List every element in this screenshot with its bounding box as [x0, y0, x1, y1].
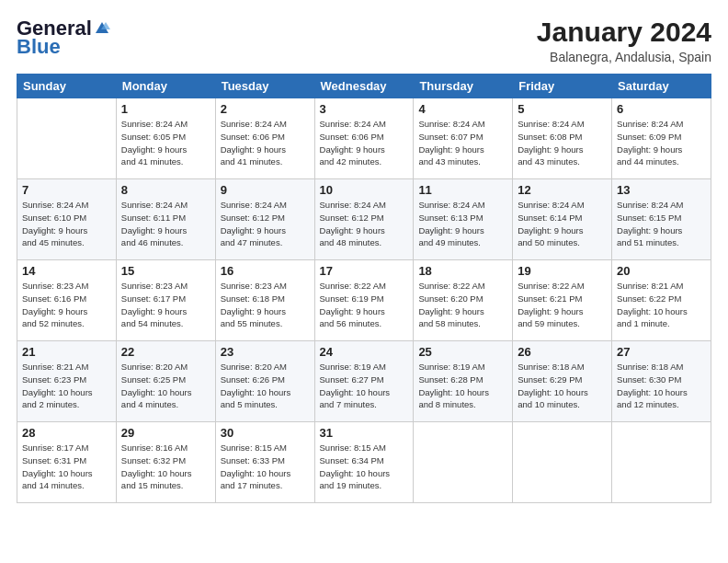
day-cell: 19Sunrise: 8:22 AMSunset: 6:21 PMDayligh… [513, 260, 612, 341]
week-row: 1Sunrise: 8:24 AMSunset: 6:05 PMDaylight… [17, 98, 711, 179]
day-cell [612, 422, 711, 503]
day-info: Sunrise: 8:21 AMSunset: 6:23 PMDaylight:… [22, 361, 111, 411]
col-header-thursday: Thursday [414, 75, 513, 98]
day-number: 27 [617, 345, 706, 359]
day-info: Sunrise: 8:24 AMSunset: 6:12 PMDaylight:… [320, 199, 409, 249]
day-number: 12 [518, 183, 607, 197]
col-header-saturday: Saturday [612, 75, 711, 98]
day-cell: 10Sunrise: 8:24 AMSunset: 6:12 PMDayligh… [314, 179, 414, 260]
day-number: 7 [22, 183, 111, 197]
day-info: Sunrise: 8:23 AMSunset: 6:18 PMDaylight:… [221, 280, 310, 330]
col-header-wednesday: Wednesday [314, 75, 414, 98]
day-cell: 14Sunrise: 8:23 AMSunset: 6:16 PMDayligh… [17, 260, 117, 341]
day-info: Sunrise: 8:19 AMSunset: 6:28 PMDaylight:… [418, 361, 507, 411]
day-cell: 4Sunrise: 8:24 AMSunset: 6:07 PMDaylight… [414, 98, 513, 179]
day-number: 18 [418, 264, 507, 278]
week-row: 7Sunrise: 8:24 AMSunset: 6:10 PMDaylight… [17, 179, 711, 260]
day-info: Sunrise: 8:16 AMSunset: 6:32 PMDaylight:… [121, 442, 210, 492]
day-info: Sunrise: 8:23 AMSunset: 6:16 PMDaylight:… [22, 280, 111, 330]
day-cell: 30Sunrise: 8:15 AMSunset: 6:33 PMDayligh… [215, 422, 314, 503]
day-cell: 17Sunrise: 8:22 AMSunset: 6:19 PMDayligh… [314, 260, 414, 341]
logo-blue-text: Blue [17, 35, 61, 59]
day-number: 31 [320, 426, 409, 440]
day-cell: 25Sunrise: 8:19 AMSunset: 6:28 PMDayligh… [414, 341, 513, 422]
day-info: Sunrise: 8:17 AMSunset: 6:31 PMDaylight:… [22, 442, 111, 492]
day-info: Sunrise: 8:19 AMSunset: 6:27 PMDaylight:… [320, 361, 409, 411]
day-number: 23 [221, 345, 310, 359]
day-number: 5 [518, 102, 607, 116]
day-number: 2 [221, 102, 310, 116]
day-number: 28 [22, 426, 111, 440]
day-info: Sunrise: 8:24 AMSunset: 6:07 PMDaylight:… [418, 118, 507, 168]
day-info: Sunrise: 8:24 AMSunset: 6:10 PMDaylight:… [22, 199, 111, 249]
day-number: 14 [22, 264, 111, 278]
day-info: Sunrise: 8:23 AMSunset: 6:17 PMDaylight:… [121, 280, 210, 330]
day-number: 17 [320, 264, 409, 278]
col-header-friday: Friday [513, 75, 612, 98]
location: Balanegra, Andalusia, Spain [537, 50, 711, 64]
day-cell: 26Sunrise: 8:18 AMSunset: 6:29 PMDayligh… [513, 341, 612, 422]
day-info: Sunrise: 8:21 AMSunset: 6:22 PMDaylight:… [617, 280, 706, 330]
day-number: 1 [121, 102, 210, 116]
week-row: 14Sunrise: 8:23 AMSunset: 6:16 PMDayligh… [17, 260, 711, 341]
day-cell: 15Sunrise: 8:23 AMSunset: 6:17 PMDayligh… [116, 260, 215, 341]
day-cell: 29Sunrise: 8:16 AMSunset: 6:32 PMDayligh… [116, 422, 215, 503]
col-header-monday: Monday [116, 75, 215, 98]
day-number: 10 [320, 183, 409, 197]
day-number: 25 [418, 345, 507, 359]
day-cell: 20Sunrise: 8:21 AMSunset: 6:22 PMDayligh… [612, 260, 711, 341]
month-year: January 2024 [537, 17, 711, 48]
day-number: 20 [617, 264, 706, 278]
day-info: Sunrise: 8:15 AMSunset: 6:34 PMDaylight:… [320, 442, 409, 492]
day-number: 4 [418, 102, 507, 116]
day-number: 6 [617, 102, 706, 116]
day-info: Sunrise: 8:20 AMSunset: 6:26 PMDaylight:… [221, 361, 310, 411]
day-info: Sunrise: 8:15 AMSunset: 6:33 PMDaylight:… [221, 442, 310, 492]
day-number: 9 [221, 183, 310, 197]
day-info: Sunrise: 8:24 AMSunset: 6:06 PMDaylight:… [320, 118, 409, 168]
day-cell: 9Sunrise: 8:24 AMSunset: 6:12 PMDaylight… [215, 179, 314, 260]
day-number: 11 [418, 183, 507, 197]
day-cell: 12Sunrise: 8:24 AMSunset: 6:14 PMDayligh… [513, 179, 612, 260]
day-cell: 21Sunrise: 8:21 AMSunset: 6:23 PMDayligh… [17, 341, 117, 422]
logo-icon [94, 20, 110, 37]
week-row: 28Sunrise: 8:17 AMSunset: 6:31 PMDayligh… [17, 422, 711, 503]
day-number: 24 [320, 345, 409, 359]
day-cell: 8Sunrise: 8:24 AMSunset: 6:11 PMDaylight… [116, 179, 215, 260]
day-cell: 7Sunrise: 8:24 AMSunset: 6:10 PMDaylight… [17, 179, 117, 260]
day-cell: 18Sunrise: 8:22 AMSunset: 6:20 PMDayligh… [414, 260, 513, 341]
day-cell [17, 98, 117, 179]
day-info: Sunrise: 8:24 AMSunset: 6:06 PMDaylight:… [221, 118, 310, 168]
day-cell: 3Sunrise: 8:24 AMSunset: 6:06 PMDaylight… [314, 98, 414, 179]
week-row: 21Sunrise: 8:21 AMSunset: 6:23 PMDayligh… [17, 341, 711, 422]
day-cell: 28Sunrise: 8:17 AMSunset: 6:31 PMDayligh… [17, 422, 117, 503]
title-block: January 2024 Balanegra, Andalusia, Spain [537, 17, 711, 64]
day-info: Sunrise: 8:22 AMSunset: 6:19 PMDaylight:… [320, 280, 409, 330]
day-cell: 1Sunrise: 8:24 AMSunset: 6:05 PMDaylight… [116, 98, 215, 179]
day-number: 30 [221, 426, 310, 440]
day-info: Sunrise: 8:24 AMSunset: 6:09 PMDaylight:… [617, 118, 706, 168]
day-info: Sunrise: 8:18 AMSunset: 6:30 PMDaylight:… [617, 361, 706, 411]
day-cell: 16Sunrise: 8:23 AMSunset: 6:18 PMDayligh… [215, 260, 314, 341]
day-number: 8 [121, 183, 210, 197]
day-number: 15 [121, 264, 210, 278]
day-number: 29 [121, 426, 210, 440]
day-number: 21 [22, 345, 111, 359]
day-cell [513, 422, 612, 503]
day-info: Sunrise: 8:22 AMSunset: 6:20 PMDaylight:… [418, 280, 507, 330]
day-number: 19 [518, 264, 607, 278]
day-info: Sunrise: 8:24 AMSunset: 6:05 PMDaylight:… [121, 118, 210, 168]
day-cell: 31Sunrise: 8:15 AMSunset: 6:34 PMDayligh… [314, 422, 414, 503]
day-info: Sunrise: 8:20 AMSunset: 6:25 PMDaylight:… [121, 361, 210, 411]
day-cell: 6Sunrise: 8:24 AMSunset: 6:09 PMDaylight… [612, 98, 711, 179]
day-number: 22 [121, 345, 210, 359]
day-number: 26 [518, 345, 607, 359]
day-info: Sunrise: 8:18 AMSunset: 6:29 PMDaylight:… [518, 361, 607, 411]
day-info: Sunrise: 8:22 AMSunset: 6:21 PMDaylight:… [518, 280, 607, 330]
day-info: Sunrise: 8:24 AMSunset: 6:14 PMDaylight:… [518, 199, 607, 249]
day-info: Sunrise: 8:24 AMSunset: 6:11 PMDaylight:… [121, 199, 210, 249]
day-info: Sunrise: 8:24 AMSunset: 6:13 PMDaylight:… [418, 199, 507, 249]
day-cell: 24Sunrise: 8:19 AMSunset: 6:27 PMDayligh… [314, 341, 414, 422]
logo: General Blue [17, 17, 110, 59]
day-cell: 22Sunrise: 8:20 AMSunset: 6:25 PMDayligh… [116, 341, 215, 422]
